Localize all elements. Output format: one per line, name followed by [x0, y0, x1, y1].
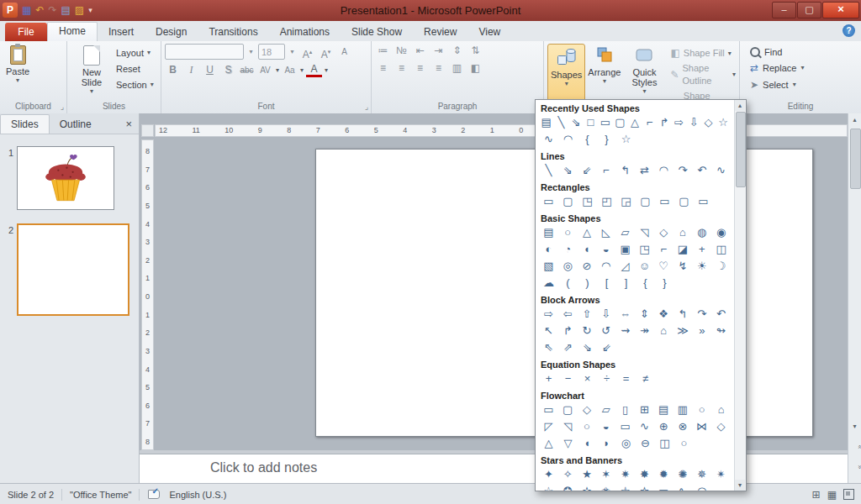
shape-icon[interactable]: ↰	[615, 163, 635, 178]
tab-slide-show[interactable]: Slide Show	[341, 24, 413, 41]
tab-file[interactable]: File	[5, 23, 47, 41]
shape-icon[interactable]: ☁	[539, 276, 558, 291]
shape-icon[interactable]: ☺	[635, 259, 654, 274]
shape-icon[interactable]: ◫	[711, 242, 731, 257]
shape-icon[interactable]: ▤	[539, 225, 558, 240]
scroll-up-icon[interactable]: ▴	[735, 100, 745, 111]
clear-formatting-button[interactable]: A	[336, 45, 352, 59]
shape-icon[interactable]: ▤	[654, 402, 673, 417]
shape-icon[interactable]: ≫	[673, 323, 693, 339]
shape-icon[interactable]: ◪	[673, 242, 693, 257]
increase-indent-button[interactable]: ⇥	[430, 44, 446, 58]
font-color-button[interactable]: A	[306, 63, 322, 77]
shape-icon[interactable]: ≠	[636, 371, 655, 386]
shape-icon[interactable]: ◲	[616, 194, 636, 209]
shape-icon[interactable]: ⇧	[578, 307, 597, 322]
shape-icon[interactable]: ◳	[578, 194, 597, 209]
shape-icon[interactable]: ▭	[654, 484, 673, 491]
shape-icon[interactable]: ◔	[558, 242, 578, 257]
shape-icon[interactable]: ⊘	[578, 259, 597, 274]
shape-icon[interactable]: ↖	[539, 323, 558, 339]
close-pane-icon[interactable]: ×	[119, 115, 139, 134]
shape-icon[interactable]: ❖	[654, 307, 673, 322]
shape-icon[interactable]: ↷	[673, 163, 693, 178]
find-button[interactable]: Find	[750, 47, 804, 57]
text-shadow-button[interactable]: S	[220, 63, 236, 77]
shape-icon[interactable]: ⇘	[558, 163, 578, 178]
tab-transitions[interactable]: Transitions	[198, 24, 268, 41]
shape-icon[interactable]: ▱	[596, 402, 615, 417]
shape-icon[interactable]: ▯	[615, 402, 635, 417]
shape-icon[interactable]: ○	[692, 402, 711, 417]
shape-icon[interactable]: ☆	[539, 484, 558, 491]
paste-button[interactable]: Paste ▾	[3, 44, 32, 101]
shape-icon[interactable]: =	[616, 371, 636, 386]
shape-icon[interactable]: ▢	[613, 115, 628, 130]
shape-icon[interactable]: ⌂	[673, 225, 693, 240]
reset-button[interactable]: Reset	[113, 62, 154, 76]
numbering-button[interactable]: №	[394, 44, 409, 58]
shape-icon[interactable]: »	[692, 323, 711, 339]
shape-fill-button[interactable]: ◧ Shape Fill ▾	[670, 47, 736, 60]
shape-icon[interactable]: ⌐	[654, 242, 673, 257]
shape-icon[interactable]: ◹	[558, 419, 578, 434]
shape-icon[interactable]: △	[539, 436, 558, 451]
dialog-launcher-icon[interactable]: ⌟	[365, 102, 368, 111]
tab-insert[interactable]: Insert	[98, 24, 145, 41]
shape-icon[interactable]: ◠	[692, 484, 711, 491]
tab-design[interactable]: Design	[145, 24, 198, 41]
shape-icon[interactable]: ◰	[597, 194, 616, 209]
shape-icon[interactable]: ◠	[654, 163, 673, 178]
shape-icon[interactable]: ◇	[578, 402, 597, 417]
shape-icon[interactable]: ✮	[635, 484, 654, 491]
bullets-button[interactable]: ≔	[375, 44, 391, 58]
shape-icon[interactable]: ⇙	[578, 163, 597, 178]
tab-animations[interactable]: Animations	[269, 24, 341, 41]
shape-icon[interactable]: ↰	[673, 307, 693, 322]
shape-icon[interactable]: ÷	[597, 371, 616, 386]
shape-icon[interactable]: ∿	[635, 419, 654, 434]
shape-icon[interactable]: {	[636, 276, 655, 291]
shape-icon[interactable]: ↶	[711, 307, 731, 322]
line-spacing-button[interactable]: ⇕	[449, 44, 465, 58]
shape-icon[interactable]: }	[655, 276, 674, 291]
shape-icon[interactable]: ▢	[558, 194, 578, 209]
layout-button[interactable]: Layout ▾	[113, 46, 154, 60]
spellcheck-icon[interactable]: ✓	[148, 490, 160, 499]
maximize-button[interactable]: ▢	[797, 2, 821, 18]
shape-icon[interactable]: ◠	[558, 132, 578, 147]
shape-icon[interactable]: ✸	[635, 467, 654, 482]
shape-icon[interactable]: ◇	[654, 225, 673, 240]
fit-to-window-button[interactable]	[843, 489, 854, 500]
columns-button[interactable]: ▥	[449, 61, 465, 76]
chevron-down-icon[interactable]: ▾	[246, 44, 256, 60]
shape-icon[interactable]: ⇙	[597, 340, 616, 355]
shape-icon[interactable]: −	[558, 371, 578, 386]
minimize-button[interactable]: –	[772, 2, 796, 18]
shape-icon[interactable]: [	[597, 276, 616, 291]
shape-icon[interactable]: △	[627, 115, 642, 130]
shape-icon[interactable]: ∿	[711, 163, 731, 178]
shape-icon[interactable]: }	[597, 132, 616, 147]
shape-icon[interactable]: ]	[616, 276, 636, 291]
shape-icon[interactable]: ⋈	[692, 419, 711, 434]
shape-icon[interactable]: (	[558, 276, 578, 291]
shape-icon[interactable]: ◒	[596, 419, 615, 434]
shape-icon[interactable]: ☆	[616, 132, 636, 147]
shape-icon[interactable]: ◖	[578, 242, 597, 257]
shape-icon[interactable]: ◎	[558, 259, 578, 274]
shape-icon[interactable]: ▧	[539, 259, 558, 274]
character-spacing-button[interactable]: AV	[257, 63, 273, 77]
scrollbar-thumb[interactable]	[736, 112, 746, 187]
shape-icon[interactable]: ╲	[554, 115, 569, 130]
shape-icon[interactable]: ⇩	[596, 307, 615, 322]
change-case-button[interactable]: Aa	[282, 63, 298, 77]
scrollbar-thumb[interactable]	[850, 129, 861, 189]
shape-icon[interactable]: △	[578, 225, 597, 240]
shape-icon[interactable]: ▭	[598, 115, 613, 130]
shape-icon[interactable]: ⇖	[539, 340, 558, 355]
shape-icon[interactable]: ✫	[578, 484, 597, 491]
shape-icon[interactable]: ◺	[596, 225, 615, 240]
shape-icon[interactable]: ◐	[539, 242, 558, 257]
shapes-gallery-scrollbar[interactable]: ▴ ▾	[734, 100, 746, 491]
